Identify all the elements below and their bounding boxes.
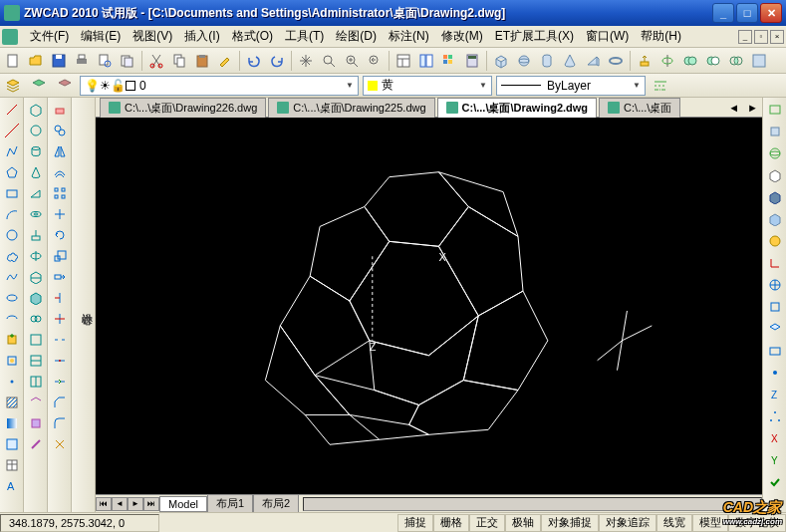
menu-dim[interactable]: 标注(N) bbox=[383, 26, 435, 47]
print-button[interactable] bbox=[71, 50, 93, 72]
cone-solid-button[interactable] bbox=[559, 50, 581, 72]
tabs-scroll-right[interactable]: ► bbox=[743, 102, 762, 114]
hscrollbar[interactable] bbox=[303, 497, 762, 511]
otrack-toggle[interactable]: 对象追踪 bbox=[599, 514, 656, 532]
tab-nav-prev[interactable]: ◄ bbox=[112, 497, 128, 511]
trim-button[interactable] bbox=[50, 288, 70, 308]
lwt-toggle[interactable]: 线宽 bbox=[656, 514, 692, 532]
explode-button[interactable] bbox=[50, 434, 70, 454]
line-button[interactable] bbox=[2, 100, 22, 120]
cylinder-solid-button[interactable] bbox=[536, 50, 558, 72]
copy-button[interactable] bbox=[168, 50, 190, 72]
3d-cylinder-button[interactable] bbox=[26, 141, 46, 161]
tab-nav-first[interactable]: ⏮ bbox=[96, 497, 112, 511]
shade-gouraud-button[interactable] bbox=[765, 209, 785, 229]
3d-torus-button[interactable] bbox=[26, 204, 46, 224]
ucs-face-button[interactable] bbox=[765, 319, 785, 339]
menu-modify[interactable]: 修改(M) bbox=[435, 26, 489, 47]
subtract-button[interactable] bbox=[702, 50, 724, 72]
pan-button[interactable] bbox=[295, 50, 317, 72]
snap-toggle[interactable]: 捕捉 bbox=[397, 514, 433, 532]
menu-view[interactable]: 视图(V) bbox=[127, 26, 178, 47]
chamfer-button[interactable] bbox=[50, 393, 70, 412]
minimize-button[interactable]: _ bbox=[712, 3, 734, 23]
circle-button[interactable] bbox=[2, 225, 22, 245]
3d-interfere-button[interactable] bbox=[26, 309, 46, 329]
named-views-button[interactable] bbox=[765, 100, 785, 120]
arc-button[interactable] bbox=[2, 204, 22, 224]
3d-box-button[interactable] bbox=[26, 100, 46, 120]
3d-wedge-button[interactable] bbox=[26, 183, 46, 203]
menu-draw[interactable]: 绘图(D) bbox=[330, 26, 383, 47]
sphere-solid-button[interactable] bbox=[513, 50, 535, 72]
menu-help[interactable]: 帮助(H) bbox=[635, 26, 687, 47]
ellipse-arc-button[interactable] bbox=[2, 309, 22, 329]
undo-button[interactable] bbox=[243, 50, 265, 72]
3d-solid-edge-button[interactable] bbox=[26, 434, 46, 454]
break-button[interactable] bbox=[50, 330, 70, 350]
extrude-button[interactable] bbox=[634, 50, 655, 72]
extend-button[interactable] bbox=[50, 309, 70, 329]
mirror-button[interactable] bbox=[50, 141, 70, 161]
stretch-button[interactable] bbox=[50, 267, 70, 287]
color-dropdown[interactable]: 黄 ▼ bbox=[363, 76, 492, 96]
break-at-button[interactable] bbox=[50, 351, 70, 371]
mtext-button[interactable]: A bbox=[2, 476, 22, 496]
matchprop-button[interactable] bbox=[214, 50, 236, 72]
3d-cone-button[interactable] bbox=[26, 162, 46, 182]
model-tab[interactable]: Model bbox=[159, 496, 207, 512]
ucs-z-button[interactable]: Z bbox=[765, 385, 785, 404]
box-solid-button[interactable] bbox=[490, 50, 512, 72]
offset-button[interactable] bbox=[50, 162, 70, 182]
shade-flat-button[interactable] bbox=[765, 187, 785, 207]
ortho-toggle[interactable]: 正交 bbox=[469, 514, 505, 532]
view-top-button[interactable] bbox=[765, 122, 785, 141]
layout2-tab[interactable]: 布局2 bbox=[253, 494, 299, 513]
3d-section-button[interactable] bbox=[26, 288, 46, 308]
tab-nav-next[interactable]: ► bbox=[128, 497, 143, 511]
3d-setup-drawing-button[interactable] bbox=[26, 351, 46, 371]
wedge-solid-button[interactable] bbox=[582, 50, 604, 72]
intersect-button[interactable] bbox=[725, 50, 747, 72]
fillet-button[interactable] bbox=[50, 413, 70, 433]
publish-button[interactable] bbox=[117, 50, 138, 72]
dyn-toggle[interactable]: 数字化仪 bbox=[728, 514, 786, 532]
layer-states-button[interactable] bbox=[28, 75, 50, 97]
point-button[interactable] bbox=[2, 372, 22, 392]
layer-dropdown[interactable]: 💡 ☀ 🔓 0 ▼ bbox=[80, 76, 359, 96]
hide-button[interactable] bbox=[765, 165, 785, 185]
3d-setup-view-button[interactable] bbox=[26, 330, 46, 350]
doc-tab-0[interactable]: C:\...\桌面\Drawing226.dwg bbox=[100, 98, 266, 118]
gradient-button[interactable] bbox=[2, 413, 22, 433]
make-block-button[interactable] bbox=[2, 351, 22, 371]
open-button[interactable] bbox=[25, 50, 47, 72]
revolve-button[interactable] bbox=[656, 50, 678, 72]
insert-block-button[interactable] bbox=[2, 330, 22, 350]
scale-button[interactable] bbox=[50, 246, 70, 266]
3d-slice-button[interactable] bbox=[26, 267, 46, 287]
xline-button[interactable] bbox=[2, 121, 22, 140]
drawing-canvas[interactable]: X Z bbox=[96, 118, 762, 494]
zoom-realtime-button[interactable] bbox=[318, 50, 340, 72]
redo-button[interactable] bbox=[266, 50, 288, 72]
menu-tools[interactable]: 工具(T) bbox=[279, 26, 330, 47]
menu-format[interactable]: 格式(O) bbox=[226, 26, 279, 47]
tab-nav-last[interactable]: ⏭ bbox=[143, 497, 159, 511]
rectangle-button[interactable] bbox=[2, 183, 22, 203]
pline-button[interactable] bbox=[2, 141, 22, 161]
rotate-button[interactable] bbox=[50, 225, 70, 245]
properties-button[interactable] bbox=[393, 50, 414, 72]
3d-solid-face-button[interactable] bbox=[26, 413, 46, 433]
menu-et[interactable]: ET扩展工具(X) bbox=[489, 26, 580, 47]
3d-setup-profile-button[interactable] bbox=[26, 372, 46, 392]
move-button[interactable] bbox=[50, 204, 70, 224]
polar-toggle[interactable]: 极轴 bbox=[505, 514, 541, 532]
3d-solid-edit-button[interactable] bbox=[26, 393, 46, 412]
doc-tab-2[interactable]: C:\...\桌面\Drawing2.dwg bbox=[437, 98, 598, 118]
ucs-apply-button[interactable] bbox=[765, 472, 785, 492]
ucs-world-button[interactable] bbox=[765, 275, 785, 295]
ucs-y-button[interactable]: Y bbox=[765, 450, 785, 470]
union-button[interactable] bbox=[679, 50, 701, 72]
layout1-tab[interactable]: 布局1 bbox=[207, 494, 253, 513]
doc-tab-1[interactable]: C:\...\桌面\Drawing225.dwg bbox=[268, 98, 434, 118]
